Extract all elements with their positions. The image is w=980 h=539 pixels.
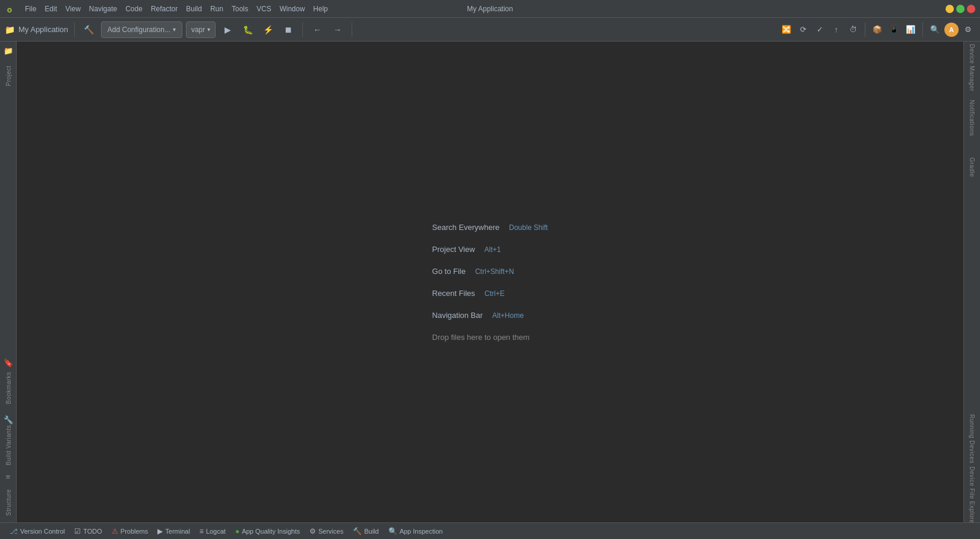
welcome-project-view: Project View Alt+1 <box>432 245 501 254</box>
search-everywhere-label: Search Everywhere <box>432 223 500 232</box>
menu-tools[interactable]: Tools <box>228 4 252 14</box>
user-avatar[interactable]: A <box>944 23 959 37</box>
title-bar-controls: − □ × <box>946 5 975 13</box>
update-button[interactable]: ⟳ <box>796 23 810 37</box>
right-sidebar: Device Manager Notifications Gradle Runn… <box>963 42 980 522</box>
version-control-icon: ⎇ <box>10 527 18 535</box>
todo-icon: ☑ <box>74 527 81 535</box>
welcome-content: Search Everywhere Double Shift Project V… <box>432 223 548 342</box>
title-bar-left: File Edit View Navigate Code Refactor Bu… <box>5 4 331 14</box>
close-button[interactable]: × <box>967 5 975 13</box>
add-config-label: Add Configuration... <box>108 26 170 34</box>
project-view-shortcut: Alt+1 <box>485 245 501 254</box>
project-view-label: Project View <box>432 245 475 254</box>
sidebar-item-structure[interactable]: Structure <box>1 484 15 520</box>
toolbar-right: 🔀 ⟳ ✓ ↑ ⏱ 📦 📱 📊 🔍 A ⚙ <box>779 23 975 37</box>
menu-file[interactable]: File <box>21 4 40 14</box>
title-bar-menus: File Edit View Navigate Code Refactor Bu… <box>21 4 331 14</box>
project-icon: 📁 <box>5 25 15 34</box>
sidebar-structure-icon[interactable]: ≡ <box>2 470 15 483</box>
status-bar: ⎇ Version Control ☑ TODO ⚠ Problems ▶ Te… <box>0 522 980 539</box>
vcs-operations-button[interactable]: 🔀 <box>779 23 794 37</box>
svg-point-1 <box>10 10 11 10</box>
stop-button[interactable]: ⏹ <box>280 21 296 38</box>
toolbar-separator-1 <box>74 23 75 37</box>
menu-build[interactable]: Build <box>182 4 206 14</box>
run-config-dropdown-icon: ▾ <box>207 26 210 33</box>
maximize-button[interactable]: □ <box>956 5 965 13</box>
aqi-icon: ● <box>235 527 239 535</box>
sidebar-build-variants-icon[interactable]: 🔧 <box>2 413 15 426</box>
settings-button[interactable]: ⚙ <box>961 23 975 37</box>
commit-button[interactable]: ✓ <box>813 23 827 37</box>
push-button[interactable]: ↑ <box>829 23 843 37</box>
search-everywhere-shortcut: Double Shift <box>509 223 548 232</box>
menu-help[interactable]: Help <box>309 4 331 14</box>
history-button[interactable]: ⏱ <box>846 23 860 37</box>
todo-label: TODO <box>83 528 102 535</box>
toolbar-separator-4 <box>865 23 865 37</box>
run-configuration-dropdown[interactable]: vapr ▾ <box>186 21 216 38</box>
sidebar-item-project[interactable]: Project <box>1 58 15 94</box>
search-everywhere-button[interactable]: 🔍 <box>928 23 942 37</box>
sidebar-bookmarks-icon[interactable]: 🔖 <box>2 356 15 369</box>
sidebar-item-notifications[interactable]: Notifications <box>965 94 979 141</box>
terminal-label: Terminal <box>165 528 190 535</box>
left-sidebar: 📁 Project 🔖 Bookmarks 🔧 Build Variants ≡… <box>0 42 17 522</box>
drop-files-label: Drop files here to open them <box>432 333 530 342</box>
sidebar-item-build-variants[interactable]: Build Variants <box>1 427 15 463</box>
avd-manager-button[interactable]: 📱 <box>887 23 901 37</box>
sdk-manager-button[interactable]: 📦 <box>870 23 884 37</box>
main-layout: 📁 Project 🔖 Bookmarks 🔧 Build Variants ≡… <box>0 42 980 522</box>
menu-run[interactable]: Run <box>207 4 227 14</box>
aqi-label: App Quality Insights <box>242 528 300 535</box>
status-logcat[interactable]: ≡ Logcat <box>195 523 230 539</box>
menu-navigate[interactable]: Navigate <box>86 4 121 14</box>
toolbar-separator-2 <box>302 23 303 37</box>
menu-window[interactable]: Window <box>276 4 309 14</box>
version-control-label: Version Control <box>20 528 65 535</box>
services-label: Services <box>318 528 343 535</box>
status-build[interactable]: 🔨 Build <box>348 523 383 539</box>
attach-debugger-button[interactable]: ⚡ <box>260 21 276 38</box>
back-button[interactable]: ← <box>309 21 325 38</box>
add-configuration-button[interactable]: Add Configuration... ▾ <box>101 21 182 38</box>
sidebar-item-gradle[interactable]: Gradle <box>965 144 979 191</box>
status-terminal[interactable]: ▶ Terminal <box>153 523 195 539</box>
toolbar-separator-3 <box>352 23 352 37</box>
navigation-bar-shortcut: Alt+Home <box>492 311 524 320</box>
debug-button[interactable]: 🐛 <box>239 21 256 38</box>
status-app-quality-insights[interactable]: ● App Quality Insights <box>230 523 305 539</box>
menu-code[interactable]: Code <box>122 4 146 14</box>
welcome-search-everywhere: Search Everywhere Double Shift <box>432 223 548 232</box>
status-version-control[interactable]: ⎇ Version Control <box>5 523 69 539</box>
forward-button[interactable]: → <box>329 21 346 38</box>
toolbar: 📁 My Application 🔨 Add Configuration... … <box>0 18 980 42</box>
run-button[interactable]: ▶ <box>219 21 236 38</box>
toolbar-separator-5 <box>922 23 923 37</box>
status-todo[interactable]: ☑ TODO <box>69 523 107 539</box>
services-icon: ⚙ <box>309 527 316 535</box>
build-label: Build <box>364 528 378 535</box>
sidebar-item-device-file-explorer[interactable]: Device File Explorer <box>965 472 979 520</box>
welcome-drop-files: Drop files here to open them <box>432 333 530 342</box>
title-bar: File Edit View Navigate Code Refactor Bu… <box>0 0 980 18</box>
editor-area: Search Everywhere Double Shift Project V… <box>17 42 963 522</box>
menu-view[interactable]: View <box>62 4 84 14</box>
profiler-button[interactable]: 📊 <box>903 23 918 37</box>
menu-vcs[interactable]: VCS <box>253 4 275 14</box>
sidebar-item-bookmarks[interactable]: Bookmarks <box>1 370 15 406</box>
menu-edit[interactable]: Edit <box>41 4 61 14</box>
menu-refactor[interactable]: Refactor <box>147 4 181 14</box>
project-name-label: My Application <box>18 25 68 34</box>
make-button[interactable]: 🔨 <box>81 21 97 38</box>
sidebar-project-icon[interactable]: 📁 <box>2 44 15 57</box>
status-problems[interactable]: ⚠ Problems <box>107 523 153 539</box>
status-services[interactable]: ⚙ Services <box>305 523 348 539</box>
sidebar-item-device-manager[interactable]: Device Manager <box>965 44 979 92</box>
svg-point-0 <box>8 10 9 10</box>
sidebar-item-running-devices[interactable]: Running Devices <box>965 415 979 463</box>
status-app-inspection[interactable]: 🔍 App Inspection <box>384 523 448 539</box>
minimize-button[interactable]: − <box>946 5 954 13</box>
app-logo-icon <box>5 4 14 14</box>
